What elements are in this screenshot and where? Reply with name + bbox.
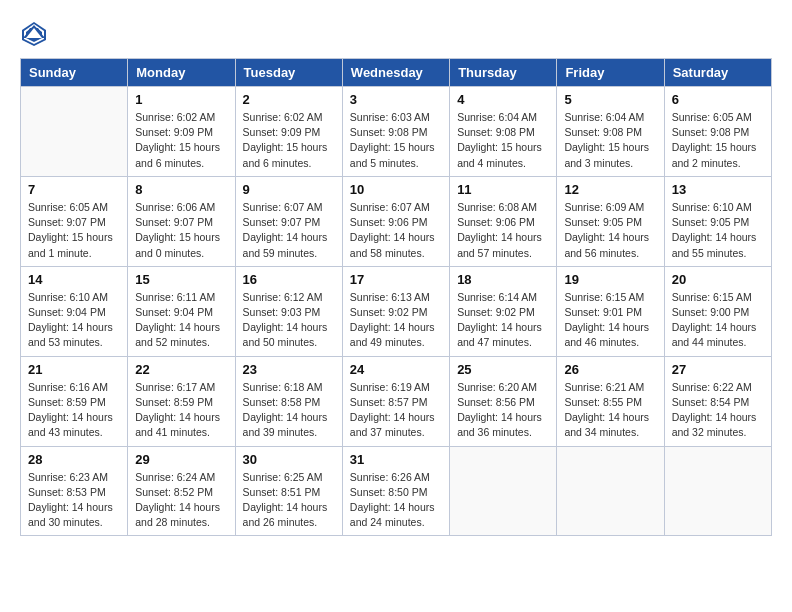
week-row-2: 7Sunrise: 6:05 AMSunset: 9:07 PMDaylight… xyxy=(21,176,772,266)
day-info: Sunrise: 6:06 AMSunset: 9:07 PMDaylight:… xyxy=(135,200,227,261)
day-number: 31 xyxy=(350,452,442,467)
day-info: Sunrise: 6:03 AMSunset: 9:08 PMDaylight:… xyxy=(350,110,442,171)
weekday-header-saturday: Saturday xyxy=(664,59,771,87)
day-cell: 25Sunrise: 6:20 AMSunset: 8:56 PMDayligh… xyxy=(450,356,557,446)
day-info: Sunrise: 6:26 AMSunset: 8:50 PMDaylight:… xyxy=(350,470,442,531)
day-cell: 21Sunrise: 6:16 AMSunset: 8:59 PMDayligh… xyxy=(21,356,128,446)
week-row-1: 1Sunrise: 6:02 AMSunset: 9:09 PMDaylight… xyxy=(21,87,772,177)
day-cell: 11Sunrise: 6:08 AMSunset: 9:06 PMDayligh… xyxy=(450,176,557,266)
day-number: 6 xyxy=(672,92,764,107)
day-info: Sunrise: 6:07 AMSunset: 9:06 PMDaylight:… xyxy=(350,200,442,261)
day-cell: 13Sunrise: 6:10 AMSunset: 9:05 PMDayligh… xyxy=(664,176,771,266)
day-cell: 31Sunrise: 6:26 AMSunset: 8:50 PMDayligh… xyxy=(342,446,449,536)
day-number: 9 xyxy=(243,182,335,197)
day-cell: 17Sunrise: 6:13 AMSunset: 9:02 PMDayligh… xyxy=(342,266,449,356)
day-info: Sunrise: 6:11 AMSunset: 9:04 PMDaylight:… xyxy=(135,290,227,351)
day-cell: 15Sunrise: 6:11 AMSunset: 9:04 PMDayligh… xyxy=(128,266,235,356)
day-number: 28 xyxy=(28,452,120,467)
day-cell: 3Sunrise: 6:03 AMSunset: 9:08 PMDaylight… xyxy=(342,87,449,177)
day-info: Sunrise: 6:24 AMSunset: 8:52 PMDaylight:… xyxy=(135,470,227,531)
day-info: Sunrise: 6:09 AMSunset: 9:05 PMDaylight:… xyxy=(564,200,656,261)
day-number: 30 xyxy=(243,452,335,467)
day-number: 20 xyxy=(672,272,764,287)
day-info: Sunrise: 6:16 AMSunset: 8:59 PMDaylight:… xyxy=(28,380,120,441)
logo-icon xyxy=(20,20,48,48)
day-info: Sunrise: 6:05 AMSunset: 9:07 PMDaylight:… xyxy=(28,200,120,261)
day-number: 13 xyxy=(672,182,764,197)
weekday-header-sunday: Sunday xyxy=(21,59,128,87)
day-cell: 26Sunrise: 6:21 AMSunset: 8:55 PMDayligh… xyxy=(557,356,664,446)
day-info: Sunrise: 6:10 AMSunset: 9:04 PMDaylight:… xyxy=(28,290,120,351)
weekday-header-friday: Friday xyxy=(557,59,664,87)
day-cell: 5Sunrise: 6:04 AMSunset: 9:08 PMDaylight… xyxy=(557,87,664,177)
day-cell: 30Sunrise: 6:25 AMSunset: 8:51 PMDayligh… xyxy=(235,446,342,536)
day-number: 15 xyxy=(135,272,227,287)
logo xyxy=(20,20,52,48)
day-cell: 2Sunrise: 6:02 AMSunset: 9:09 PMDaylight… xyxy=(235,87,342,177)
day-cell: 14Sunrise: 6:10 AMSunset: 9:04 PMDayligh… xyxy=(21,266,128,356)
day-cell: 20Sunrise: 6:15 AMSunset: 9:00 PMDayligh… xyxy=(664,266,771,356)
weekday-header-thursday: Thursday xyxy=(450,59,557,87)
weekday-header-monday: Monday xyxy=(128,59,235,87)
day-cell: 22Sunrise: 6:17 AMSunset: 8:59 PMDayligh… xyxy=(128,356,235,446)
day-cell: 28Sunrise: 6:23 AMSunset: 8:53 PMDayligh… xyxy=(21,446,128,536)
day-number: 21 xyxy=(28,362,120,377)
day-number: 29 xyxy=(135,452,227,467)
day-info: Sunrise: 6:07 AMSunset: 9:07 PMDaylight:… xyxy=(243,200,335,261)
day-number: 27 xyxy=(672,362,764,377)
page-header xyxy=(20,20,772,48)
day-info: Sunrise: 6:05 AMSunset: 9:08 PMDaylight:… xyxy=(672,110,764,171)
day-number: 5 xyxy=(564,92,656,107)
day-info: Sunrise: 6:14 AMSunset: 9:02 PMDaylight:… xyxy=(457,290,549,351)
day-number: 1 xyxy=(135,92,227,107)
day-info: Sunrise: 6:20 AMSunset: 8:56 PMDaylight:… xyxy=(457,380,549,441)
day-number: 14 xyxy=(28,272,120,287)
day-info: Sunrise: 6:15 AMSunset: 9:00 PMDaylight:… xyxy=(672,290,764,351)
day-cell xyxy=(21,87,128,177)
day-info: Sunrise: 6:02 AMSunset: 9:09 PMDaylight:… xyxy=(243,110,335,171)
day-info: Sunrise: 6:18 AMSunset: 8:58 PMDaylight:… xyxy=(243,380,335,441)
day-number: 2 xyxy=(243,92,335,107)
day-cell xyxy=(664,446,771,536)
day-number: 16 xyxy=(243,272,335,287)
day-number: 4 xyxy=(457,92,549,107)
day-cell: 16Sunrise: 6:12 AMSunset: 9:03 PMDayligh… xyxy=(235,266,342,356)
day-cell: 9Sunrise: 6:07 AMSunset: 9:07 PMDaylight… xyxy=(235,176,342,266)
day-number: 3 xyxy=(350,92,442,107)
day-cell xyxy=(450,446,557,536)
day-info: Sunrise: 6:13 AMSunset: 9:02 PMDaylight:… xyxy=(350,290,442,351)
day-info: Sunrise: 6:21 AMSunset: 8:55 PMDaylight:… xyxy=(564,380,656,441)
day-info: Sunrise: 6:25 AMSunset: 8:51 PMDaylight:… xyxy=(243,470,335,531)
day-number: 19 xyxy=(564,272,656,287)
day-cell: 1Sunrise: 6:02 AMSunset: 9:09 PMDaylight… xyxy=(128,87,235,177)
day-cell: 4Sunrise: 6:04 AMSunset: 9:08 PMDaylight… xyxy=(450,87,557,177)
day-info: Sunrise: 6:17 AMSunset: 8:59 PMDaylight:… xyxy=(135,380,227,441)
day-cell: 10Sunrise: 6:07 AMSunset: 9:06 PMDayligh… xyxy=(342,176,449,266)
day-cell: 19Sunrise: 6:15 AMSunset: 9:01 PMDayligh… xyxy=(557,266,664,356)
week-row-3: 14Sunrise: 6:10 AMSunset: 9:04 PMDayligh… xyxy=(21,266,772,356)
day-number: 18 xyxy=(457,272,549,287)
day-number: 24 xyxy=(350,362,442,377)
day-info: Sunrise: 6:15 AMSunset: 9:01 PMDaylight:… xyxy=(564,290,656,351)
week-row-5: 28Sunrise: 6:23 AMSunset: 8:53 PMDayligh… xyxy=(21,446,772,536)
day-cell: 29Sunrise: 6:24 AMSunset: 8:52 PMDayligh… xyxy=(128,446,235,536)
weekday-header-wednesday: Wednesday xyxy=(342,59,449,87)
day-info: Sunrise: 6:12 AMSunset: 9:03 PMDaylight:… xyxy=(243,290,335,351)
weekday-header-tuesday: Tuesday xyxy=(235,59,342,87)
day-cell: 18Sunrise: 6:14 AMSunset: 9:02 PMDayligh… xyxy=(450,266,557,356)
day-info: Sunrise: 6:22 AMSunset: 8:54 PMDaylight:… xyxy=(672,380,764,441)
day-number: 17 xyxy=(350,272,442,287)
week-row-4: 21Sunrise: 6:16 AMSunset: 8:59 PMDayligh… xyxy=(21,356,772,446)
day-cell: 24Sunrise: 6:19 AMSunset: 8:57 PMDayligh… xyxy=(342,356,449,446)
day-number: 8 xyxy=(135,182,227,197)
day-info: Sunrise: 6:08 AMSunset: 9:06 PMDaylight:… xyxy=(457,200,549,261)
day-info: Sunrise: 6:23 AMSunset: 8:53 PMDaylight:… xyxy=(28,470,120,531)
day-info: Sunrise: 6:10 AMSunset: 9:05 PMDaylight:… xyxy=(672,200,764,261)
day-cell: 6Sunrise: 6:05 AMSunset: 9:08 PMDaylight… xyxy=(664,87,771,177)
day-number: 7 xyxy=(28,182,120,197)
day-cell: 12Sunrise: 6:09 AMSunset: 9:05 PMDayligh… xyxy=(557,176,664,266)
day-number: 26 xyxy=(564,362,656,377)
day-cell: 8Sunrise: 6:06 AMSunset: 9:07 PMDaylight… xyxy=(128,176,235,266)
day-number: 23 xyxy=(243,362,335,377)
day-number: 22 xyxy=(135,362,227,377)
